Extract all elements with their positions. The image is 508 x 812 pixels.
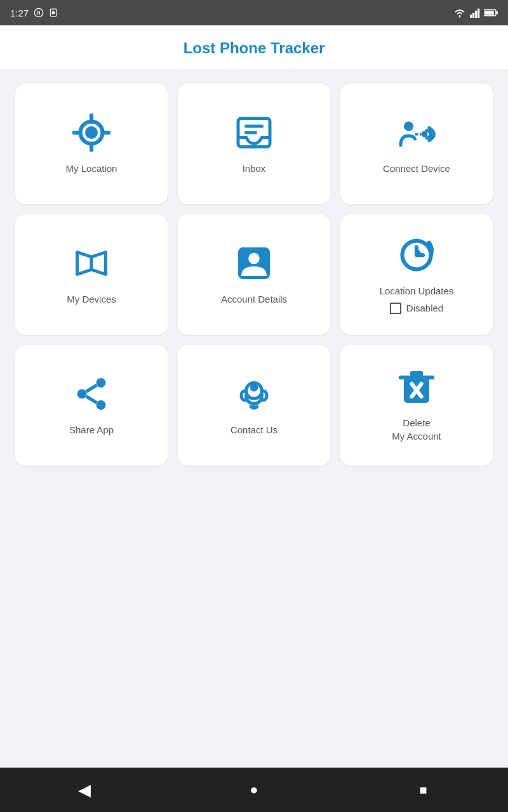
svg-rect-1 — [37, 11, 38, 14]
my-location-label: My Location — [66, 162, 117, 175]
my-devices-label: My Devices — [67, 292, 116, 306]
svg-point-28 — [97, 378, 106, 388]
disabled-row[interactable]: Disabled — [390, 303, 443, 314]
pause-icon — [34, 8, 44, 18]
disabled-text: Disabled — [406, 303, 443, 313]
status-time: 1:27 — [10, 8, 29, 18]
my-location-card[interactable]: My Location — [15, 84, 168, 204]
delete-icon — [398, 368, 436, 406]
bottom-nav: ◀ ● ■ — [0, 768, 508, 812]
signal-icon — [470, 8, 480, 18]
svg-rect-5 — [470, 15, 472, 18]
status-bar: 1:27 — [0, 0, 508, 25]
svg-rect-8 — [478, 9, 479, 18]
status-left: 1:27 — [10, 8, 58, 18]
svg-point-26 — [248, 252, 260, 264]
inbox-card[interactable]: Inbox — [178, 84, 330, 204]
grid-row-3: Share App Contact Us — [15, 345, 493, 466]
disabled-checkbox[interactable] — [390, 303, 401, 314]
svg-rect-6 — [472, 13, 474, 18]
grid-row-1: My Location Inbox — [15, 84, 493, 204]
svg-point-34 — [250, 383, 258, 391]
grid-content: My Location Inbox — [0, 71, 508, 768]
svg-rect-2 — [39, 11, 40, 14]
connect-device-card[interactable]: Connect Device — [340, 84, 493, 204]
delete-account-card[interactable]: DeleteMy Account — [340, 345, 493, 466]
updates-icon — [398, 236, 436, 274]
inbox-label: Inbox — [243, 162, 266, 175]
svg-point-22 — [422, 131, 428, 137]
svg-rect-38 — [410, 371, 423, 377]
svg-point-12 — [85, 126, 98, 139]
account-details-label: Account Details — [221, 292, 287, 306]
location-updates-content: Location Updates Disabled — [380, 284, 454, 314]
svg-line-31 — [86, 385, 97, 391]
battery-icon — [484, 8, 498, 17]
back-button[interactable]: ◀ — [69, 774, 100, 806]
location-updates-label: Location Updates — [380, 284, 454, 298]
wifi-icon — [453, 8, 466, 18]
devices-icon — [72, 244, 110, 282]
contact-us-card[interactable]: Contact Us — [178, 345, 330, 466]
svg-rect-7 — [475, 11, 477, 18]
sim-icon — [49, 8, 58, 18]
svg-point-30 — [97, 400, 106, 410]
svg-point-21 — [404, 121, 413, 131]
recents-button[interactable]: ■ — [408, 774, 439, 806]
share-icon — [72, 375, 110, 413]
home-button[interactable]: ● — [238, 774, 270, 806]
support-icon — [235, 375, 273, 413]
svg-point-0 — [35, 8, 43, 16]
share-app-card[interactable]: Share App — [15, 345, 168, 466]
status-right — [453, 8, 498, 18]
contact-us-label: Contact Us — [231, 423, 277, 436]
svg-line-32 — [86, 396, 97, 402]
app-title: Lost Phone Tracker — [184, 39, 325, 57]
location-icon — [72, 114, 110, 152]
svg-point-29 — [77, 389, 87, 398]
inbox-icon — [235, 114, 273, 152]
account-details-card[interactable]: Account Details — [178, 214, 330, 335]
connect-device-label: Connect Device — [383, 162, 450, 175]
delete-account-label: DeleteMy Account — [392, 416, 441, 443]
connect-icon — [398, 114, 436, 152]
svg-rect-4 — [52, 11, 55, 15]
location-updates-card[interactable]: Location Updates Disabled — [340, 214, 493, 335]
app-header: Lost Phone Tracker — [0, 25, 508, 71]
grid-row-2: My Devices Account Details Location Upda… — [15, 214, 493, 335]
svg-rect-11 — [497, 11, 498, 15]
share-app-label: Share App — [69, 423, 114, 436]
svg-rect-10 — [485, 11, 494, 15]
account-icon — [235, 244, 273, 282]
my-devices-card[interactable]: My Devices — [15, 214, 168, 335]
